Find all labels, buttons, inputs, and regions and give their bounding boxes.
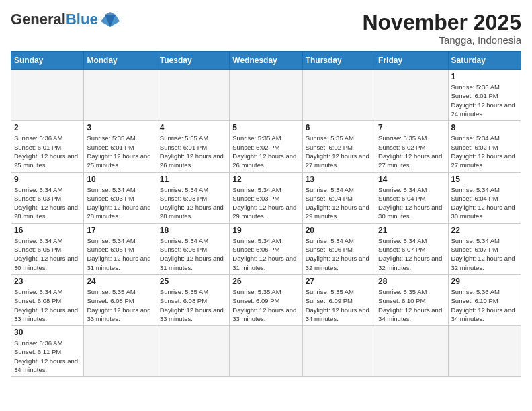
calendar-cell: 23Sunrise: 5:34 AM Sunset: 6:08 PM Dayli… (11, 274, 84, 325)
day-number: 8 (451, 123, 518, 132)
day-info: Sunrise: 5:35 AM Sunset: 6:02 PM Dayligh… (232, 134, 299, 169)
calendar-body: 1Sunrise: 5:36 AM Sunset: 6:01 PM Daylig… (11, 70, 521, 377)
calendar-cell: 28Sunrise: 5:35 AM Sunset: 6:10 PM Dayli… (375, 274, 448, 325)
day-number: 27 (306, 277, 372, 286)
day-info: Sunrise: 5:36 AM Sunset: 6:11 PM Dayligh… (14, 338, 81, 374)
day-info: Sunrise: 5:36 AM Sunset: 6:01 PM Dayligh… (14, 134, 81, 169)
day-info: Sunrise: 5:35 AM Sunset: 6:09 PM Dayligh… (306, 287, 372, 323)
calendar-cell (230, 70, 302, 121)
day-number: 4 (160, 123, 226, 132)
day-number: 11 (160, 175, 226, 184)
day-info: Sunrise: 5:35 AM Sunset: 6:02 PM Dayligh… (306, 134, 372, 169)
calendar-cell (11, 70, 84, 121)
calendar-week-row: 16Sunrise: 5:34 AM Sunset: 6:05 PM Dayli… (11, 223, 521, 274)
calendar-cell: 9Sunrise: 5:34 AM Sunset: 6:03 PM Daylig… (11, 172, 84, 223)
month-title: November 2025 (362, 11, 521, 34)
calendar-cell (375, 326, 448, 377)
day-info: Sunrise: 5:34 AM Sunset: 6:03 PM Dayligh… (87, 185, 153, 221)
day-number: 10 (87, 175, 153, 184)
calendar-cell: 3Sunrise: 5:35 AM Sunset: 6:01 PM Daylig… (84, 121, 157, 172)
page-header: GeneralBlue November 2025 Tangga, Indone… (11, 11, 521, 46)
day-number: 17 (87, 226, 153, 235)
day-info: Sunrise: 5:36 AM Sunset: 6:10 PM Dayligh… (451, 287, 518, 323)
day-number: 9 (14, 175, 81, 184)
calendar-week-row: 30Sunrise: 5:36 AM Sunset: 6:11 PM Dayli… (11, 326, 521, 377)
calendar-table: SundayMondayTuesdayWednesdayThursdayFrid… (11, 51, 521, 377)
logo-text: GeneralBlue (11, 11, 98, 28)
day-info: Sunrise: 5:35 AM Sunset: 6:08 PM Dayligh… (87, 287, 153, 323)
day-number: 29 (451, 277, 518, 286)
calendar-cell: 21Sunrise: 5:34 AM Sunset: 6:07 PM Dayli… (375, 223, 448, 274)
day-info: Sunrise: 5:34 AM Sunset: 6:03 PM Dayligh… (14, 185, 81, 221)
day-info: Sunrise: 5:34 AM Sunset: 6:06 PM Dayligh… (306, 236, 372, 272)
day-number: 2 (14, 123, 81, 132)
calendar-cell: 11Sunrise: 5:34 AM Sunset: 6:03 PM Dayli… (157, 172, 229, 223)
calendar-header-friday: Friday (375, 52, 448, 70)
calendar-cell: 25Sunrise: 5:35 AM Sunset: 6:08 PM Dayli… (157, 274, 229, 325)
calendar-cell: 19Sunrise: 5:34 AM Sunset: 6:06 PM Dayli… (230, 223, 302, 274)
day-number: 6 (306, 123, 372, 132)
calendar-cell: 10Sunrise: 5:34 AM Sunset: 6:03 PM Dayli… (84, 172, 157, 223)
title-area: November 2025 Tangga, Indonesia (362, 11, 521, 46)
calendar-cell (157, 326, 229, 377)
day-number: 12 (232, 175, 299, 184)
day-number: 7 (378, 123, 445, 132)
calendar-week-row: 1Sunrise: 5:36 AM Sunset: 6:01 PM Daylig… (11, 70, 521, 121)
logo-general: General (11, 11, 66, 28)
day-info: Sunrise: 5:34 AM Sunset: 6:05 PM Dayligh… (87, 236, 153, 272)
day-info: Sunrise: 5:34 AM Sunset: 6:02 PM Dayligh… (451, 134, 518, 169)
day-info: Sunrise: 5:35 AM Sunset: 6:09 PM Dayligh… (232, 287, 299, 323)
day-number: 15 (451, 175, 518, 184)
day-info: Sunrise: 5:34 AM Sunset: 6:03 PM Dayligh… (232, 185, 299, 221)
calendar-cell: 15Sunrise: 5:34 AM Sunset: 6:04 PM Dayli… (448, 172, 521, 223)
calendar-header-sunday: Sunday (11, 52, 84, 70)
calendar-cell: 2Sunrise: 5:36 AM Sunset: 6:01 PM Daylig… (11, 121, 84, 172)
calendar-header-tuesday: Tuesday (157, 52, 229, 70)
day-number: 13 (306, 175, 372, 184)
day-info: Sunrise: 5:34 AM Sunset: 6:04 PM Dayligh… (451, 185, 518, 221)
calendar-cell (302, 326, 375, 377)
calendar-header-saturday: Saturday (448, 52, 521, 70)
day-info: Sunrise: 5:34 AM Sunset: 6:06 PM Dayligh… (232, 236, 299, 272)
calendar-cell (375, 70, 448, 121)
day-number: 5 (232, 123, 299, 132)
calendar-cell (157, 70, 229, 121)
calendar-week-row: 2Sunrise: 5:36 AM Sunset: 6:01 PM Daylig… (11, 121, 521, 172)
calendar-cell (84, 70, 157, 121)
calendar-header-monday: Monday (84, 52, 157, 70)
logo-blue: Blue (66, 11, 98, 28)
calendar-cell (84, 326, 157, 377)
day-info: Sunrise: 5:35 AM Sunset: 6:08 PM Dayligh… (160, 287, 226, 323)
day-info: Sunrise: 5:35 AM Sunset: 6:01 PM Dayligh… (87, 134, 153, 169)
day-number: 26 (232, 277, 299, 286)
calendar-week-row: 23Sunrise: 5:34 AM Sunset: 6:08 PM Dayli… (11, 274, 521, 325)
calendar-cell: 20Sunrise: 5:34 AM Sunset: 6:06 PM Dayli… (302, 223, 375, 274)
calendar-cell: 7Sunrise: 5:35 AM Sunset: 6:02 PM Daylig… (375, 121, 448, 172)
calendar-cell (302, 70, 375, 121)
calendar-cell (448, 326, 521, 377)
day-info: Sunrise: 5:34 AM Sunset: 6:07 PM Dayligh… (451, 236, 518, 272)
calendar-week-row: 9Sunrise: 5:34 AM Sunset: 6:03 PM Daylig… (11, 172, 521, 223)
day-info: Sunrise: 5:34 AM Sunset: 6:06 PM Dayligh… (160, 236, 226, 272)
day-info: Sunrise: 5:34 AM Sunset: 6:04 PM Dayligh… (306, 185, 372, 221)
day-number: 23 (14, 277, 81, 286)
day-number: 21 (378, 226, 445, 235)
calendar-header-wednesday: Wednesday (230, 52, 302, 70)
calendar-cell: 12Sunrise: 5:34 AM Sunset: 6:03 PM Dayli… (230, 172, 302, 223)
day-number: 25 (160, 277, 226, 286)
calendar-cell: 6Sunrise: 5:35 AM Sunset: 6:02 PM Daylig… (302, 121, 375, 172)
day-number: 30 (14, 328, 81, 337)
calendar-cell: 5Sunrise: 5:35 AM Sunset: 6:02 PM Daylig… (230, 121, 302, 172)
day-info: Sunrise: 5:34 AM Sunset: 6:07 PM Dayligh… (378, 236, 445, 272)
day-number: 1 (451, 72, 518, 81)
calendar-cell: 26Sunrise: 5:35 AM Sunset: 6:09 PM Dayli… (230, 274, 302, 325)
day-number: 20 (306, 226, 372, 235)
day-info: Sunrise: 5:34 AM Sunset: 6:04 PM Dayligh… (378, 185, 445, 221)
day-info: Sunrise: 5:35 AM Sunset: 6:10 PM Dayligh… (378, 287, 445, 323)
logo: GeneralBlue (11, 11, 120, 28)
calendar-cell: 24Sunrise: 5:35 AM Sunset: 6:08 PM Dayli… (84, 274, 157, 325)
calendar-cell: 4Sunrise: 5:35 AM Sunset: 6:01 PM Daylig… (157, 121, 229, 172)
day-number: 24 (87, 277, 153, 286)
calendar-cell: 18Sunrise: 5:34 AM Sunset: 6:06 PM Dayli… (157, 223, 229, 274)
calendar-cell: 14Sunrise: 5:34 AM Sunset: 6:04 PM Dayli… (375, 172, 448, 223)
